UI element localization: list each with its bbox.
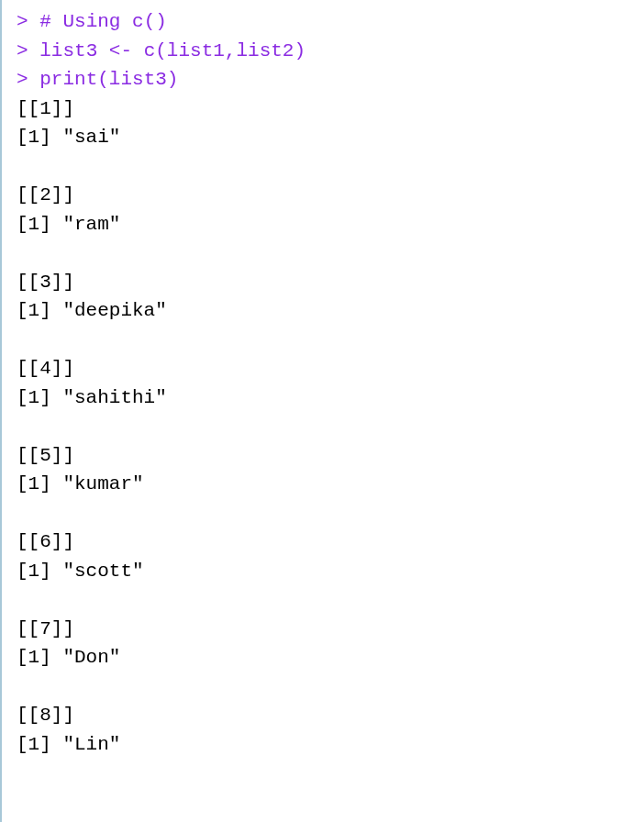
spacer — [17, 239, 629, 268]
output-value: [1] "scott" — [17, 557, 629, 586]
output-value: [1] "sai" — [17, 123, 629, 152]
output-index: [[6]] — [17, 528, 629, 557]
spacer — [17, 412, 629, 441]
spacer — [17, 499, 629, 528]
output-value: [1] "Lin" — [17, 730, 629, 760]
output-index: [[3]] — [17, 268, 629, 297]
spacer — [17, 326, 629, 355]
output-value: [1] "ram" — [17, 210, 629, 239]
output-value: [1] "deepika" — [17, 296, 629, 326]
code-console: > # Using c() > list3 <- c(list1,list2) … — [17, 7, 629, 759]
output-value: [1] "kumar" — [17, 470, 629, 499]
input-line-1: > # Using c() — [17, 7, 629, 37]
prompt: > — [17, 69, 39, 90]
output-index: [[7]] — [17, 615, 629, 644]
input-line-3: > print(list3) — [17, 65, 629, 94]
spacer — [17, 585, 629, 615]
output-index: [[5]] — [17, 441, 629, 471]
code-text: list3 <- c(list1,list2) — [39, 40, 305, 61]
output-index: [[1]] — [17, 94, 629, 124]
code-text: print(list3) — [39, 69, 178, 90]
prompt: > — [17, 40, 39, 61]
spacer — [17, 152, 629, 182]
code-text: # Using c() — [39, 11, 167, 32]
output-index: [[4]] — [17, 354, 629, 383]
input-line-2: > list3 <- c(list1,list2) — [17, 37, 629, 66]
prompt: > — [17, 11, 39, 32]
output-value: [1] "Don" — [17, 643, 629, 672]
spacer — [17, 672, 629, 702]
output-index: [[8]] — [17, 701, 629, 730]
output-index: [[2]] — [17, 181, 629, 210]
output-value: [1] "sahithi" — [17, 383, 629, 413]
